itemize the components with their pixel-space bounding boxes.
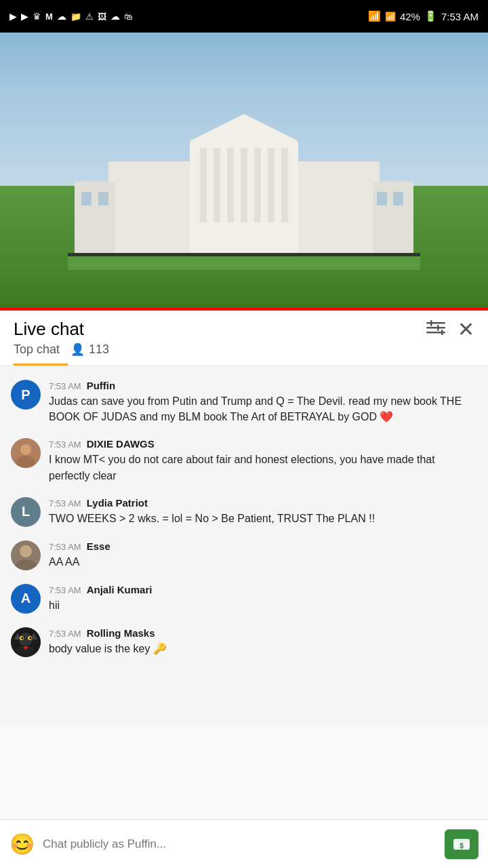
- svg-rect-18: [426, 322, 445, 324]
- avatar: [11, 438, 41, 468]
- svg-rect-5: [227, 148, 234, 222]
- svg-rect-10: [75, 182, 115, 256]
- message-text: body value is the key 🔑: [49, 641, 477, 656]
- svg-text:$: $: [460, 842, 464, 850]
- message-text: I know MT< you do not care about fair an…: [49, 452, 477, 483]
- top-chat-tab[interactable]: Top chat: [14, 342, 60, 357]
- svg-marker-2: [190, 114, 298, 141]
- viewer-count: 👤 113: [70, 342, 109, 357]
- svg-point-38: [30, 637, 32, 639]
- svg-point-37: [22, 637, 24, 639]
- signal-icon: 📶: [385, 12, 396, 22]
- message-time: 7:53 AM: [49, 542, 81, 552]
- chat-message: L 7:53 AM Lydia Patriot TWO WEEKS > 2 wk…: [0, 490, 488, 534]
- chat-message: 7:53 AM Esse AA AA: [0, 534, 488, 577]
- svg-rect-3: [200, 148, 207, 222]
- battery-icon: 🔋: [424, 10, 437, 22]
- video-red-bar: [0, 308, 488, 311]
- chat-message: 7:53 AM Rolling Masks body value is the …: [0, 620, 488, 664]
- svg-rect-12: [81, 192, 92, 205]
- svg-rect-9: [281, 148, 288, 222]
- chat-message: 7:53 AM DIXIE DAWGS I know MT< you do no…: [0, 431, 488, 490]
- chat-input-field[interactable]: [43, 829, 436, 859]
- svg-rect-4: [214, 148, 220, 222]
- chat-message: P 7:53 AM Puffin Judas can save you from…: [0, 373, 488, 431]
- status-bar: ▶ ▶ ♛ M ☁ 📁 ⚠ 🖼 ☁ 🛍 📶 📶 42% 🔋 7:53 AM: [0, 0, 488, 33]
- emoji-button[interactable]: 😊: [9, 832, 35, 856]
- white-house-graphic: [68, 107, 420, 270]
- avatar: P: [11, 380, 41, 410]
- cloud2-icon: ☁: [110, 11, 120, 22]
- chat-messages-list: P 7:53 AM Puffin Judas can save you from…: [0, 366, 488, 725]
- m-icon: M: [45, 12, 53, 22]
- viewer-number: 113: [89, 342, 109, 357]
- message-content: 7:53 AM Rolling Masks body value is the …: [49, 627, 477, 656]
- video-player[interactable]: [0, 33, 488, 311]
- tab-active-indicator: [14, 363, 68, 366]
- superchat-button[interactable]: $: [445, 829, 479, 859]
- chat-input-area: 😊 $: [0, 819, 488, 868]
- svg-rect-8: [268, 148, 274, 222]
- svg-rect-17: [68, 253, 420, 256]
- filter-icon[interactable]: [426, 320, 445, 339]
- avatar-letter: L: [22, 504, 30, 519]
- image-icon: 🖼: [98, 12, 106, 22]
- message-author: Anjali Kumari: [87, 584, 152, 595]
- avatar-letter: A: [21, 591, 30, 606]
- svg-rect-22: [437, 325, 439, 331]
- message-text: Judas can save you from Putin and Trump …: [49, 393, 477, 425]
- avatar: [11, 540, 41, 570]
- youtube2-icon: ▶: [21, 11, 28, 22]
- message-content: 7:53 AM DIXIE DAWGS I know MT< you do no…: [49, 438, 477, 483]
- svg-point-28: [20, 545, 32, 557]
- svg-rect-7: [254, 148, 261, 222]
- svg-point-25: [20, 444, 31, 455]
- svg-rect-19: [426, 327, 445, 329]
- message-author: DIXIE DAWGS: [87, 438, 155, 450]
- chat-header: Live chat ✕ Top chat 👤 113: [0, 311, 488, 366]
- message-content: 7:53 AM Puffin Judas can save you from P…: [49, 380, 477, 425]
- warning-icon: ⚠: [85, 12, 94, 22]
- message-content: 7:53 AM Anjali Kumari hii: [49, 584, 477, 613]
- svg-rect-6: [241, 148, 247, 222]
- message-time: 7:53 AM: [49, 381, 81, 391]
- svg-rect-16: [68, 256, 420, 270]
- avatar: A: [11, 584, 41, 614]
- crown-icon: ♛: [33, 11, 41, 22]
- svg-rect-23: [441, 330, 443, 335]
- message-time: 7:53 AM: [49, 439, 81, 450]
- bag-icon: 🛍: [124, 12, 133, 22]
- svg-rect-13: [98, 192, 108, 205]
- close-icon[interactable]: ✕: [458, 319, 474, 340]
- message-time: 7:53 AM: [49, 585, 81, 595]
- status-left-icons: ▶ ▶ ♛ M ☁ 📁 ⚠ 🖼 ☁ 🛍: [9, 11, 133, 22]
- header-icons: ✕: [426, 319, 474, 340]
- svg-rect-14: [377, 192, 387, 205]
- message-text: AA AA: [49, 554, 477, 570]
- message-time: 7:53 AM: [49, 498, 81, 509]
- message-author: Puffin: [87, 380, 116, 391]
- message-author: Esse: [87, 540, 110, 552]
- message-content: 7:53 AM Lydia Patriot TWO WEEKS > 2 wks.…: [49, 497, 477, 526]
- avatar: [11, 627, 41, 657]
- status-right-info: 📶 📶 42% 🔋 7:53 AM: [368, 10, 479, 22]
- message-content: 7:53 AM Esse AA AA: [49, 540, 477, 570]
- people-icon: 👤: [70, 342, 85, 357]
- battery-percent: 42%: [400, 11, 420, 22]
- folder-icon: 📁: [70, 12, 81, 22]
- message-author: Rolling Masks: [87, 627, 155, 639]
- message-text: hii: [49, 597, 477, 613]
- message-time: 7:53 AM: [49, 629, 81, 639]
- chat-message: A 7:53 AM Anjali Kumari hii: [0, 577, 488, 620]
- avatar: L: [11, 497, 41, 527]
- cloud1-icon: ☁: [57, 11, 66, 22]
- time-display: 7:53 AM: [441, 11, 479, 22]
- svg-rect-21: [430, 320, 432, 326]
- chat-title: Live chat: [14, 319, 84, 340]
- svg-rect-15: [393, 192, 403, 205]
- message-text: TWO WEEKS > 2 wks. = lol = No > Be Patie…: [49, 511, 477, 526]
- wifi-icon: 📶: [368, 10, 381, 22]
- avatar-letter: P: [21, 387, 30, 403]
- youtube-icon: ▶: [9, 11, 17, 22]
- message-author: Lydia Patriot: [87, 497, 148, 509]
